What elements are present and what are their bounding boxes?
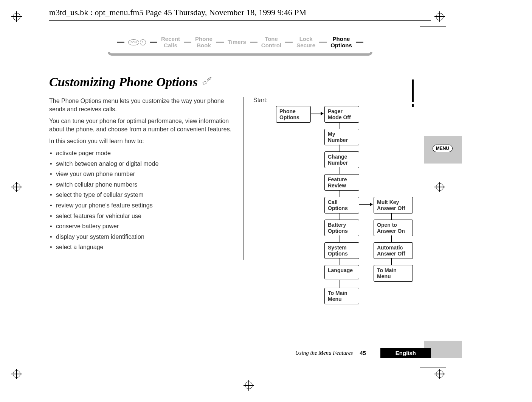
- flow-box: Open to Answer On: [374, 220, 413, 236]
- flow-box: Mult Key Answer Off: [374, 197, 413, 213]
- flow-box: To Main Menu: [324, 288, 359, 304]
- svg-point-1: [210, 77, 211, 78]
- intro-paragraph: In this section you will learn how to:: [49, 137, 234, 145]
- crop-mark: [416, 368, 416, 391]
- list-item: conserve battery power: [49, 222, 234, 231]
- flow-box: Automatic Answer Off: [374, 242, 413, 259]
- registration-mark-icon: [11, 182, 22, 192]
- flow-box: My Number: [324, 129, 359, 145]
- flow-box: System Options: [324, 242, 359, 259]
- header-rule: [49, 20, 431, 21]
- flow-box: Feature Review: [324, 174, 359, 191]
- flow-box: Pager Mode Off: [324, 106, 359, 123]
- flow-box: Call Options: [324, 197, 359, 213]
- nav-item-recent-calls: Recent Calls: [161, 36, 180, 48]
- fcn-key-icon: FCN1: [128, 39, 146, 45]
- flow-box: Change Number: [324, 151, 359, 168]
- list-item: select a language: [49, 243, 234, 251]
- nav-item-phone-book: Phone Book: [195, 36, 212, 48]
- page-title: Customizing Phone Options: [49, 75, 198, 89]
- start-label: Start:: [253, 97, 431, 104]
- list-item: view your own phone number: [49, 170, 234, 178]
- satellite-icon: [202, 76, 213, 89]
- list-item: switch cellular phone numbers: [49, 181, 234, 189]
- nav-item-phone-options: Phone Options: [330, 36, 352, 48]
- menu-tab-badge: MENU: [433, 145, 453, 152]
- feature-list: activate pager mode switch between analo…: [49, 149, 234, 251]
- menu-breadcrumb: FCN1 Recent Calls Phone Book Timers Tone…: [91, 36, 389, 48]
- intro-column: The Phone Options menu lets you customiz…: [49, 97, 234, 341]
- flow-box: Language: [324, 265, 359, 279]
- nav-item-tone-control: Tone Control: [261, 36, 281, 48]
- crop-mark: [420, 368, 446, 368]
- flow-box: To Main Menu: [374, 265, 413, 282]
- nav-underbar: [108, 52, 372, 56]
- page-footer: Using the Menu Features 45 English: [49, 348, 431, 358]
- flow-box: Battery Options: [324, 220, 359, 236]
- column-divider: [244, 97, 244, 260]
- registration-mark-icon: [11, 369, 22, 379]
- intro-paragraph: You can tune your phone for optimal perf…: [49, 117, 234, 133]
- nav-item-lock-secure: Lock Secure: [296, 36, 315, 48]
- list-item: activate pager mode: [49, 149, 234, 157]
- registration-mark-icon: [434, 369, 445, 379]
- nav-item-timers: Timers: [228, 39, 246, 45]
- list-item: select the type of cellular system: [49, 191, 234, 199]
- footer-section-name: Using the Menu Features: [295, 350, 353, 356]
- list-item: select features for vehicular use: [49, 212, 234, 220]
- flow-box-phone-options: Phone Options: [276, 106, 311, 123]
- list-item: review your phone's feature settings: [49, 201, 234, 210]
- menu-flowchart: Phone Options Pager Mode Off My Number C…: [276, 106, 431, 341]
- registration-mark-icon: [434, 11, 445, 22]
- registration-mark-icon: [434, 182, 445, 192]
- list-item: switch between analog or digital mode: [49, 160, 234, 168]
- footer-language-badge: English: [380, 348, 431, 358]
- registration-mark-icon: [244, 380, 254, 391]
- registration-mark-icon: [11, 11, 22, 22]
- document-header: m3td_us.bk : opt_menu.fm5 Page 45 Thursd…: [49, 8, 431, 17]
- intro-paragraph: The Phone Options menu lets you customiz…: [49, 97, 234, 113]
- footer-page-number: 45: [360, 350, 366, 356]
- svg-rect-0: [203, 81, 206, 84]
- list-item: display your system identification: [49, 233, 234, 241]
